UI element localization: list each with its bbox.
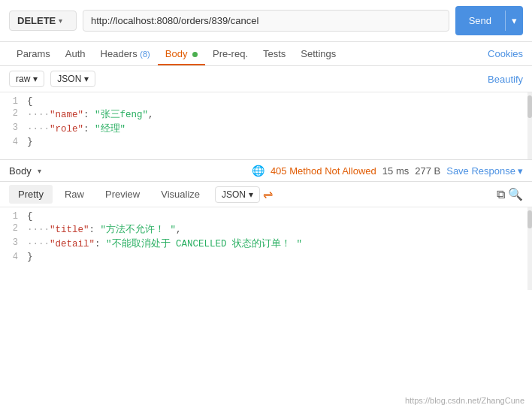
resp-tab-raw[interactable]: Raw (56, 185, 93, 204)
line-number: 4 (0, 252, 27, 262)
tab-auth[interactable]: Auth (58, 42, 93, 65)
url-input[interactable] (83, 10, 449, 32)
tab-prereq[interactable]: Pre-req. (205, 42, 255, 65)
req-bracket-open: { (27, 96, 532, 107)
request-tabs: Params Auth Headers (8) Body Pre-req. Te… (0, 42, 532, 66)
tab-body[interactable]: Body (158, 42, 205, 65)
response-size: 277 B (415, 165, 440, 177)
cookies-link[interactable]: Cookies (488, 48, 523, 59)
method-chevron-icon: ▾ (59, 17, 62, 25)
search-icon[interactable]: 🔍 (508, 187, 523, 201)
line-number: 1 (0, 211, 27, 222)
save-response-label: Save Response (446, 165, 515, 177)
response-time: 15 ms (382, 165, 409, 177)
req-line-4: 4 } (0, 136, 532, 148)
footer: https://blog.csdn.net/ZhangCune (405, 396, 524, 405)
resp-bracket-close: } (27, 252, 532, 262)
tab-settings[interactable]: Settings (293, 42, 343, 65)
save-response-button[interactable]: Save Response ▾ (446, 165, 523, 177)
req-line-3: 3 ····"role": "经理" (0, 122, 532, 136)
response-status-bar: Body ▾ 🌐 405 Method Not Allowed 15 ms 27… (0, 160, 532, 182)
save-response-chevron-icon: ▾ (518, 165, 523, 177)
send-arrow-icon[interactable]: ▾ (505, 11, 523, 31)
request-body-editor[interactable]: 1 { 2 ····"name": "张三feng", 3 ····"role"… (0, 92, 532, 160)
send-button[interactable]: Send ▾ (455, 6, 523, 35)
req-line-3-content: ····"role": "经理" (27, 122, 532, 135)
line-number: 3 (0, 237, 27, 248)
resp-line-1: 1 { (0, 210, 532, 222)
line-number: 1 (0, 96, 27, 107)
raw-label: raw (16, 74, 30, 84)
req-scrollbar[interactable] (527, 92, 532, 159)
resp-scrollbar[interactable] (527, 207, 532, 290)
tab-params[interactable]: Params (9, 42, 58, 65)
response-tabs: Pretty Raw Preview Visualize JSON ▾ ⇌ ⧉ … (0, 182, 532, 207)
req-scrollbar-thumb (527, 95, 532, 118)
resp-format-select[interactable]: JSON ▾ (215, 186, 260, 203)
response-label: Body (9, 165, 32, 177)
tab-headers[interactable]: Headers (8) (93, 42, 158, 65)
resp-line-2-content: ····"title": "方法不允许！ ", (27, 223, 532, 236)
status-code: 405 Method Not Allowed (271, 165, 376, 177)
resp-line-3: 3 ····"detail": "不能取消处于 CANCELLED 状态的订单！… (0, 237, 532, 251)
resp-bracket-open: { (27, 211, 532, 222)
footer-text: https://blog.csdn.net/ZhangCune (405, 396, 524, 405)
copy-icon[interactable]: ⧉ (497, 188, 505, 201)
req-line-2-content: ····"name": "张三feng", (27, 108, 532, 121)
top-bar: DELETE ▾ Send ▾ (0, 0, 532, 42)
resp-line-3-content: ····"detail": "不能取消处于 CANCELLED 状态的订单！ " (27, 237, 532, 250)
json-format-select[interactable]: JSON ▾ (50, 71, 95, 87)
send-label: Send (455, 11, 505, 31)
method-selector[interactable]: DELETE ▾ (9, 11, 77, 31)
resp-tab-visualize[interactable]: Visualize (152, 185, 209, 204)
req-line-2: 2 ····"name": "张三feng", (0, 107, 532, 122)
method-label: DELETE (17, 15, 56, 26)
raw-chevron-icon: ▾ (33, 74, 38, 84)
beautify-button[interactable]: Beautify (488, 74, 523, 85)
resp-format-chevron-icon: ▾ (249, 189, 253, 200)
globe-icon: 🌐 (252, 165, 264, 177)
resp-line-4: 4 } (0, 251, 532, 263)
resp-format-label: JSON (222, 189, 246, 200)
headers-badge: (8) (140, 50, 150, 59)
resp-tab-pretty[interactable]: Pretty (9, 185, 53, 204)
resp-line-2: 2 ····"title": "方法不允许！ ", (0, 222, 532, 237)
req-bracket-close: } (27, 137, 532, 147)
response-body-editor: 1 { 2 ····"title": "方法不允许！ ", 3 ····"det… (0, 207, 532, 290)
body-options-row: raw ▾ JSON ▾ Beautify (0, 66, 532, 92)
json-format-label: JSON (57, 74, 81, 84)
body-active-dot (192, 52, 198, 57)
resp-scrollbar-thumb (527, 210, 532, 228)
response-chevron-icon[interactable]: ▾ (38, 167, 41, 175)
json-chevron-icon: ▾ (84, 74, 89, 84)
raw-select[interactable]: raw ▾ (9, 71, 44, 87)
line-number: 4 (0, 137, 27, 147)
line-number: 2 (0, 223, 27, 234)
line-number: 3 (0, 122, 27, 133)
tab-tests[interactable]: Tests (255, 42, 293, 65)
req-line-1: 1 { (0, 95, 532, 107)
resp-tab-preview[interactable]: Preview (96, 185, 149, 204)
filter-icon[interactable]: ⇌ (263, 187, 273, 201)
line-number: 2 (0, 108, 27, 119)
